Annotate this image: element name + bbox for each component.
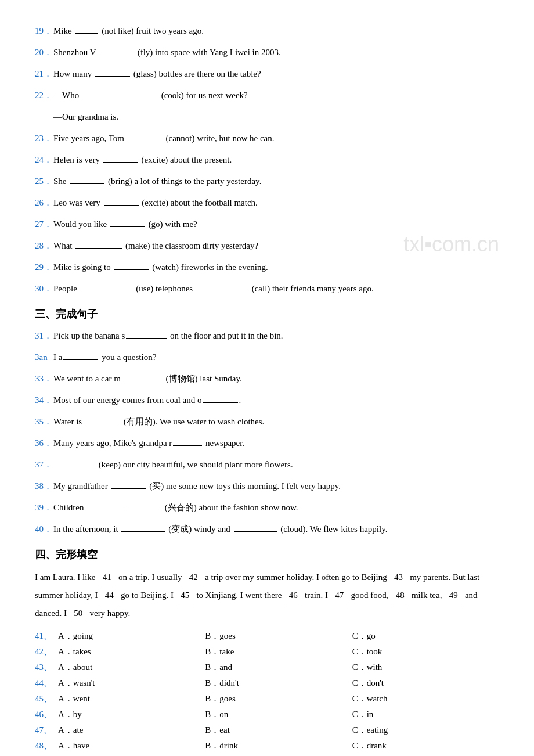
question-37: 37． (keep) our city beautiful, we should… <box>35 457 499 473</box>
question-38: 38． My grandfather (买) me some new toys … <box>35 478 499 494</box>
mcq-45: 45、 A．went B．goes C．watch <box>35 693 499 704</box>
mcq-47: 47、 A．ate B．eat C．eating <box>35 725 499 736</box>
mcq-44: 44、 A．wasn't B．didn't C．don't <box>35 678 499 689</box>
section4-title: 四、完形填空 <box>35 548 499 561</box>
mcq-41: 41、 A．going B．goes C．go <box>35 631 499 642</box>
question-25: 25． She (bring) a lot of things to the p… <box>35 174 499 189</box>
mcq-43: 43、 A．about B．and C．with <box>35 662 499 673</box>
question-39: 39． Children (兴奋的) about the fashion sho… <box>35 500 499 516</box>
question-20: 20． Shenzhou V (fly) into space with Yan… <box>35 45 499 60</box>
question-29: 29． Mike is going to (watch) fireworks i… <box>35 260 499 275</box>
question-33: 33． We went to a car m (博物馆) last Sunday… <box>35 371 499 387</box>
question-19: 19． Mike (not like) fruit two years ago. <box>35 23 499 39</box>
section3-title: 三、完成句子 <box>35 307 499 321</box>
question-26: 26． Leo was very (excite) about the foot… <box>35 195 499 211</box>
question-22-answer: —Our grandma is. <box>53 109 499 125</box>
mcq-42: 42、 A．takes B．take C．took <box>35 646 499 657</box>
section3-questions: 31． Pick up the banana s on the floor an… <box>35 328 499 537</box>
question-36: 36． Many years ago, Mike's grandpa r new… <box>35 435 499 451</box>
question-40: 40． In the afternoon, it (变成) windy and … <box>35 521 499 537</box>
question-24: 24． Helen is very (excite) about the pre… <box>35 152 499 168</box>
mcq-section: 41、 A．going B．goes C．go 42、 A．takes B．ta… <box>35 631 499 756</box>
question-21: 21． How many (glass) bottles are there o… <box>35 66 499 82</box>
question-34: 34． Most of our energy comes from coal a… <box>35 393 499 408</box>
question-3an: 3an I a you a question? <box>35 350 499 365</box>
question-23: 23． Five years ago, Tom (cannot) write, … <box>35 131 499 146</box>
mcq-46: 46、 A．by B．on C．in <box>35 709 499 720</box>
question-35: 35． Water is (有用的). We use water to wash… <box>35 414 499 430</box>
question-22: 22． —Who (cook) for us next week? <box>35 88 499 103</box>
question-28: 28． What (make) the classroom dirty yest… <box>35 238 499 254</box>
question-30: 30． People (use) telephones (call) their… <box>35 281 499 297</box>
questions-section: 19． Mike (not like) fruit two years ago.… <box>35 23 499 297</box>
passage: I am Laura. I like 41 on a trip. I usual… <box>35 568 499 622</box>
mcq-48: 48、 A．have B．drink C．drank <box>35 740 499 751</box>
question-27: 27． Would you like (go) with me? <box>35 217 499 232</box>
question-31: 31． Pick up the banana s on the floor an… <box>35 328 499 344</box>
